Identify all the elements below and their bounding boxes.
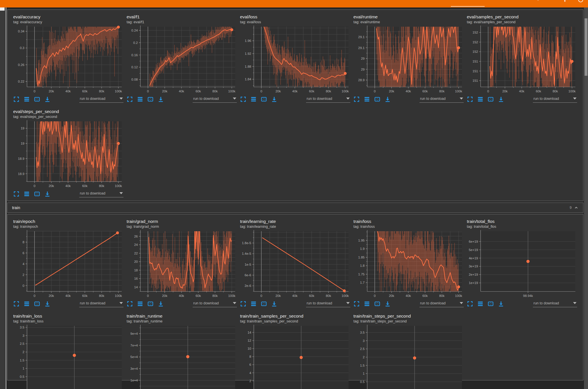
run-to-download-select[interactable]: run to download <box>193 301 237 307</box>
chart-plot[interactable]: 2468101214 <box>240 324 350 389</box>
fullscreen-icon[interactable] <box>13 301 20 307</box>
chart-plot[interactable]: 0.511.522.533.5 <box>13 324 123 389</box>
fullscreen-icon[interactable] <box>13 96 20 102</box>
fullscreen-icon[interactable] <box>127 301 133 307</box>
svg-text:0.26: 0.26 <box>18 63 24 67</box>
download-icon[interactable] <box>158 96 164 102</box>
chart-footer: run to download <box>13 95 123 103</box>
train-section-header[interactable]: train 9 <box>7 203 583 213</box>
chart-plot[interactable]: 14161820222426020k40k60k80k100k <box>127 229 237 299</box>
download-icon[interactable] <box>498 301 504 307</box>
horizontal-bars-icon[interactable] <box>24 96 30 102</box>
fit-domain-icon[interactable] <box>374 96 380 102</box>
run-to-download-select[interactable]: run to download <box>193 96 237 103</box>
fullscreen-icon[interactable] <box>467 96 473 102</box>
download-icon[interactable] <box>384 301 391 307</box>
download-icon[interactable] <box>44 301 51 307</box>
chart-title: eval/loss <box>240 14 350 20</box>
fullscreen-icon[interactable] <box>353 96 360 102</box>
select-caret-icon <box>460 98 463 100</box>
run-to-download-select[interactable]: run to download <box>306 301 350 307</box>
download-icon[interactable] <box>44 96 51 102</box>
horizontal-bars-icon[interactable] <box>137 301 143 307</box>
chart-card-train-epoch: train/epoch tag: train/epoch 02468020k40… <box>13 219 123 308</box>
fit-domain-icon[interactable] <box>34 96 40 102</box>
chart-plot[interactable]: 02468020k40k60k80k100k <box>13 229 123 299</box>
download-icon[interactable] <box>271 96 277 102</box>
vertical-scrollbar-thumb[interactable] <box>585 18 587 76</box>
run-to-download-select[interactable]: run to download <box>79 301 123 307</box>
svg-text:12: 12 <box>247 339 251 342</box>
fullscreen-icon[interactable] <box>240 301 246 307</box>
fit-domain-icon[interactable] <box>374 301 380 307</box>
chart-plot[interactable]: 0.511.522.533.5 <box>353 324 464 389</box>
chart-plot[interactable]: 0.080.120.160.20.24020k40k60k80k100k <box>127 25 237 94</box>
chart-plot[interactable]: 151151151152152152020k40k60k80k100k <box>467 25 577 94</box>
chart-plot[interactable]: 1.841.881.921.96020k40k60k80k100k <box>240 25 350 94</box>
fit-domain-icon[interactable] <box>488 96 494 102</box>
fit-domain-icon[interactable] <box>147 96 154 102</box>
download-icon[interactable] <box>44 191 51 197</box>
fullscreen-icon[interactable] <box>353 301 360 307</box>
fullscreen-icon[interactable] <box>467 301 473 307</box>
run-to-download-select[interactable]: run to download <box>419 96 464 103</box>
collapse-chevron-icon[interactable] <box>574 205 579 210</box>
horizontal-bars-icon[interactable] <box>137 96 143 102</box>
svg-text:40k: 40k <box>519 90 525 93</box>
svg-text:80k: 80k <box>99 294 105 297</box>
run-to-download-select[interactable]: run to download <box>533 96 577 103</box>
chart-plot[interactable]: 18.918.91919020k40k60k80k100k <box>13 120 123 189</box>
chart-card-train-total_flos: train/total_flos tag: train/total_flos 1… <box>467 219 577 308</box>
horizontal-bars-icon[interactable] <box>364 301 370 307</box>
download-icon[interactable] <box>158 301 164 307</box>
vertical-scrollbar-track[interactable] <box>584 7 588 389</box>
svg-text:20k: 20k <box>502 90 508 93</box>
run-to-download-select[interactable]: run to download <box>533 301 577 307</box>
chart-plot[interactable]: 2e-66e-61e-51.4e-51.8e-5020k40k60k80k100… <box>240 229 350 299</box>
download-icon[interactable] <box>498 96 504 102</box>
help-icon[interactable] <box>578 0 583 2</box>
chart-plot[interactable]: 28.9292929.129.1020k40k60k80k100k <box>353 25 464 94</box>
download-icon[interactable] <box>271 301 277 307</box>
download-icon[interactable] <box>384 96 391 102</box>
horizontal-bars-icon[interactable] <box>250 301 257 307</box>
fit-domain-icon[interactable] <box>147 301 154 307</box>
fullscreen-icon[interactable] <box>240 96 246 102</box>
run-to-download-select[interactable]: run to download <box>419 301 464 307</box>
sidebar-divider[interactable] <box>6 7 6 389</box>
svg-text:40k: 40k <box>179 90 184 93</box>
horizontal-bars-icon[interactable] <box>24 301 30 307</box>
fullscreen-icon[interactable] <box>127 96 133 102</box>
svg-text:1.4e-5: 1.4e-5 <box>242 252 251 255</box>
fit-domain-icon[interactable] <box>34 191 40 197</box>
horizontal-bars-icon[interactable] <box>24 191 30 197</box>
horizontal-bars-icon[interactable] <box>477 96 483 102</box>
dropdown-arrow-icon[interactable] <box>536 0 540 1</box>
fit-domain-icon[interactable] <box>261 301 267 307</box>
chart-tag: tag: train/loss <box>353 225 464 229</box>
chart-plot[interactable]: 0.220.260.30.34020k40k60k80k100k <box>13 25 123 94</box>
horizontal-bars-icon[interactable] <box>250 96 257 102</box>
chart-plot[interactable]: 1.71.751.81.851.91.95020k40k60k80k100k <box>353 229 464 299</box>
horizontal-bars-icon[interactable] <box>364 96 370 102</box>
chart-footer: run to download <box>240 300 350 308</box>
svg-text:2: 2 <box>249 379 251 383</box>
fit-domain-icon[interactable] <box>488 301 494 307</box>
run-to-download-select[interactable]: run to download <box>306 96 350 103</box>
fullscreen-icon[interactable] <box>13 191 20 197</box>
svg-text:60k: 60k <box>309 90 314 93</box>
svg-text:60k: 60k <box>196 90 201 93</box>
settings-icon[interactable] <box>564 0 565 2</box>
horizontal-bars-icon[interactable] <box>477 301 483 307</box>
chart-card-eval-f1: eval/f1 tag: eval/f1 0.080.120.160.20.24… <box>127 14 237 103</box>
run-to-download-select[interactable]: run to download <box>79 191 123 197</box>
svg-text:29: 29 <box>361 57 365 60</box>
chart-title: train/grad_norm <box>127 219 237 224</box>
fit-domain-icon[interactable] <box>261 96 267 102</box>
chart-plot[interactable]: 1e+43e+45e+47e+49e+4 <box>127 324 237 389</box>
chart-plot[interactable]: 1e+192e+193e+194e+195e+196e+1998.94k <box>467 229 577 299</box>
svg-text:60k: 60k <box>422 294 428 297</box>
svg-text:60k: 60k <box>309 294 314 297</box>
run-to-download-select[interactable]: run to download <box>79 96 123 103</box>
fit-domain-icon[interactable] <box>34 301 40 307</box>
